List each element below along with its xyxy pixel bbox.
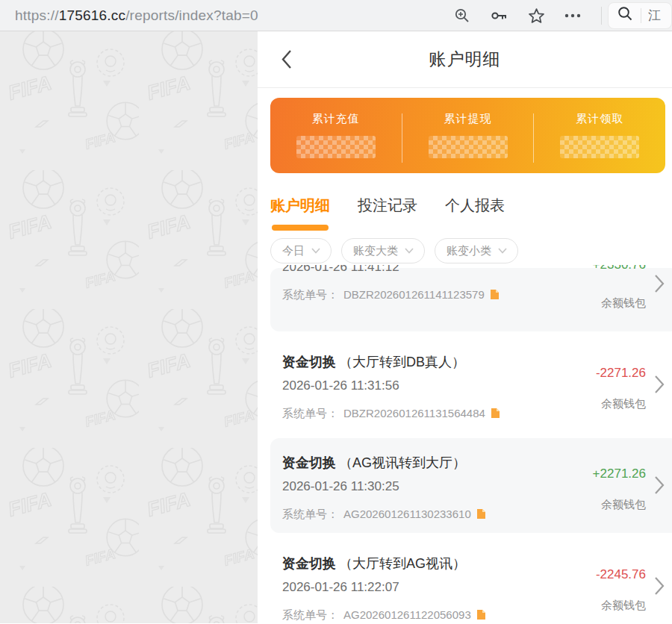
- page-title: 账户明细: [429, 48, 501, 71]
- row-amount: -2271.26: [596, 366, 646, 381]
- order-number: AG202601261130233610: [343, 507, 471, 521]
- summary-label: 累计领取: [534, 112, 665, 126]
- order-number: DBZR202601261131564484: [343, 406, 485, 420]
- row-wallet: 余额钱包: [601, 296, 646, 311]
- tab-label: 个人报表: [445, 197, 505, 213]
- filter-category-minor[interactable]: 账变小类: [435, 238, 518, 263]
- filter-label: 账变大类: [353, 244, 398, 258]
- back-button[interactable]: [276, 49, 298, 71]
- tab-bar: 账户明细 投注记录 个人报表: [270, 196, 672, 231]
- order-label: 系统单号：: [282, 507, 338, 521]
- order-label: 系统单号：: [282, 287, 338, 302]
- row-amount: +2271.26: [593, 467, 646, 481]
- chevron-down-icon: [311, 248, 320, 254]
- row-note: （AG视讯转到大厅）: [339, 455, 466, 470]
- summary-col-total-deposit: 累计充值: [270, 112, 402, 173]
- overflow-menu-icon[interactable]: [564, 13, 581, 18]
- chevron-right-icon[interactable]: [654, 475, 665, 495]
- copy-icon[interactable]: [476, 609, 486, 620]
- row-type: 资金切换: [282, 556, 336, 571]
- row-type: 资金切换: [282, 455, 336, 470]
- transaction-row[interactable]: 2026-01-26 11:41:12 系统单号：DBZR20260126114…: [270, 265, 672, 331]
- row-wallet: 余额钱包: [601, 498, 646, 512]
- filter-category-major[interactable]: 账变大类: [341, 238, 425, 263]
- summary-col-total-withdraw: 累计提现: [402, 112, 534, 173]
- chevron-right-icon[interactable]: [654, 375, 665, 394]
- chevron-left-icon: [281, 49, 293, 69]
- summary-col-total-claim: 累计领取: [534, 112, 665, 173]
- tab-account-details[interactable]: 账户明细: [270, 196, 330, 231]
- bookmark-star-icon[interactable]: [529, 8, 544, 23]
- tab-label: 投注记录: [358, 197, 417, 213]
- row-note: （大厅转到DB真人）: [339, 355, 465, 369]
- summary-label: 累计充值: [270, 112, 402, 126]
- search-icon: [617, 6, 633, 25]
- tab-label: 账户明细: [270, 197, 330, 213]
- row-wallet: 余额钱包: [601, 397, 646, 411]
- transaction-row[interactable]: 资金切换（AG视讯转到大厅） 2026-01-26 11:30:25 系统单号：…: [270, 438, 672, 533]
- copy-icon[interactable]: [491, 408, 500, 419]
- order-label: 系统单号：: [282, 406, 338, 420]
- copy-icon[interactable]: [476, 508, 486, 520]
- filter-date-today[interactable]: 今日: [270, 238, 332, 263]
- row-wallet: 余额钱包: [601, 599, 646, 613]
- summary-label: 累计提现: [402, 112, 534, 126]
- chevron-right-icon[interactable]: [654, 274, 665, 293]
- url-domain: 175616.cc: [59, 7, 125, 23]
- transaction-row[interactable]: 资金切换（大厅转到AG视讯） 2026-01-26 11:22:07 系统单号：…: [270, 539, 672, 623]
- chevron-down-icon: [405, 248, 414, 254]
- redacted-value: [429, 136, 508, 158]
- row-type: 资金切换: [282, 355, 336, 369]
- toolbar-divider: [601, 7, 602, 25]
- url-path: /reports/index?tab=0: [125, 7, 258, 23]
- row-amount: -2245.76: [596, 567, 646, 582]
- chevron-right-icon[interactable]: [654, 576, 665, 596]
- tab-bet-records[interactable]: 投注记录: [358, 196, 417, 231]
- transaction-row[interactable]: 资金切换（大厅转到DB真人） 2026-01-26 11:31:56 系统单号：…: [270, 337, 672, 432]
- search-hint-text: 江: [641, 8, 661, 23]
- active-tab-underline: [272, 225, 329, 231]
- key-icon[interactable]: [491, 8, 508, 23]
- order-number: AG202601261122056093: [343, 608, 471, 622]
- filter-label: 账变小类: [447, 244, 491, 258]
- copy-icon[interactable]: [490, 289, 500, 300]
- address-bar[interactable]: https://175616.cc/reports/index?tab=0: [15, 7, 447, 24]
- redacted-value: [560, 136, 639, 158]
- account-detail-panel: 账户明细 累计充值 累计提现 累计领取 账户明细 投注记录: [258, 31, 672, 623]
- redacted-value: [296, 136, 376, 158]
- filter-label: 今日: [282, 244, 305, 258]
- order-number: DBZR202601261141123579: [343, 287, 485, 302]
- row-amount: +2330.76: [593, 265, 646, 272]
- browser-search-box[interactable]: 江: [608, 2, 672, 29]
- page-header: 账户明细: [258, 31, 672, 88]
- url-scheme: https://: [15, 7, 59, 23]
- summary-card: 累计充值 累计提现 累计领取: [270, 98, 665, 173]
- filter-bar: 今日 账变大类 账变小类: [270, 238, 672, 263]
- order-label: 系统单号：: [282, 608, 338, 622]
- chevron-down-icon: [498, 248, 507, 254]
- transaction-list: 2026-01-26 11:41:12 系统单号：DBZR20260126114…: [258, 265, 672, 623]
- row-note: （大厅转到AG视讯）: [339, 556, 466, 571]
- tab-personal-report[interactable]: 个人报表: [445, 196, 505, 231]
- browser-bar: https://175616.cc/reports/index?tab=0 江: [0, 0, 672, 31]
- zoom-in-icon[interactable]: [454, 7, 470, 24]
- fifa-pattern-background: FIFA FIFA: [0, 31, 258, 623]
